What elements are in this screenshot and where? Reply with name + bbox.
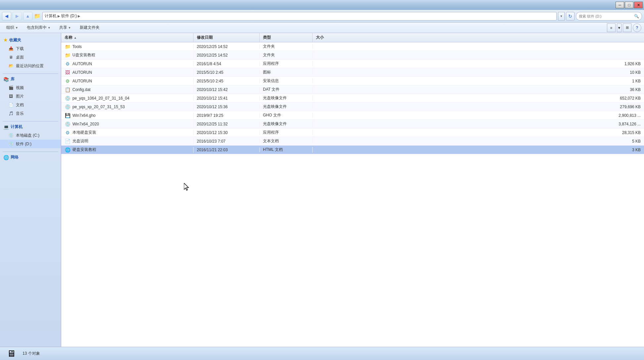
file-date-cell: 2016/1/8 4:54 bbox=[193, 62, 260, 66]
sidebar-header-network[interactable]: 🌐 网络 bbox=[0, 153, 61, 161]
file-size-cell: 10 KB bbox=[313, 70, 644, 75]
file-size-cell: 652,072 KB bbox=[313, 96, 644, 101]
breadcrumb-computer[interactable]: 计算机 bbox=[45, 13, 57, 19]
search-bar[interactable]: 🔍 bbox=[576, 12, 642, 21]
file-date-cell: 2020/10/12 15:42 bbox=[193, 87, 260, 92]
file-type-cell: 文本文档 bbox=[260, 138, 313, 144]
view-dropdown-button[interactable]: ▼ bbox=[617, 23, 622, 32]
back-button[interactable]: ◀ bbox=[2, 12, 11, 21]
breadcrumb-drive[interactable]: 软件 (D:) bbox=[61, 13, 77, 19]
downloads-icon: 📥 bbox=[8, 46, 14, 52]
view-options-button[interactable]: ≡ bbox=[607, 23, 616, 32]
sidebar-sep-2 bbox=[3, 121, 58, 121]
up-button[interactable]: ▲ bbox=[23, 12, 32, 21]
favorites-title: 收藏夹 bbox=[9, 37, 21, 43]
minimize-button[interactable]: ─ bbox=[616, 2, 624, 8]
sidebar-item-c-drive[interactable]: 💿 本地磁盘 (C:) bbox=[0, 131, 61, 140]
sidebar-item-videos[interactable]: 🎬 视频 bbox=[0, 83, 61, 92]
table-row[interactable]: 📁 Tools 2020/12/25 14:52 文件夹 bbox=[61, 42, 644, 51]
file-type-cell: 安装信息 bbox=[260, 78, 313, 84]
file-size-cell: 5 KB bbox=[313, 139, 644, 144]
table-row[interactable]: ⚙ AUTORUN 2016/1/8 4:54 应用程序 1,926 KB bbox=[61, 60, 644, 68]
downloads-label: 下载 bbox=[16, 46, 24, 52]
table-row[interactable]: 💿 pe_yqs_xp_20_07_31_15_53 2020/10/12 15… bbox=[61, 103, 644, 111]
sidebar-item-desktop[interactable]: 🖥 桌面 bbox=[0, 53, 61, 62]
menu-organize[interactable]: 组织 ▼ bbox=[3, 23, 22, 32]
file-type-cell: 光盘映像文件 bbox=[260, 104, 313, 110]
sidebar-item-downloads[interactable]: 📥 下载 bbox=[0, 44, 61, 53]
file-name-text: 光盘说明 bbox=[72, 138, 88, 144]
file-type-cell: 应用程序 bbox=[260, 130, 313, 135]
file-date-cell: 2020/10/12 15:41 bbox=[193, 96, 260, 101]
address-bar[interactable]: 计算机 ▶ 软件 (D:) ▶ bbox=[42, 12, 557, 21]
file-date-cell: 2020/12/25 14:52 bbox=[193, 44, 260, 49]
titlebar: ─ □ ✕ bbox=[0, 0, 644, 10]
file-name-text: 硬盘安装教程 bbox=[72, 147, 96, 153]
sidebar-section-network: 🌐 网络 bbox=[0, 153, 61, 161]
col-header-date[interactable]: 修改日期 bbox=[193, 33, 260, 42]
folder-nav-icon: 📁 bbox=[34, 13, 41, 20]
file-name-cell: 💿 pe_yqs_1064_20_07_31_16_04 bbox=[61, 95, 193, 101]
col-header-size[interactable]: 大小 bbox=[313, 33, 644, 42]
file-name-text: Win7x64_2020 bbox=[72, 122, 99, 126]
table-row[interactable]: 📄 光盘说明 2016/10/23 7:07 文本文档 5 KB bbox=[61, 137, 644, 146]
file-type-icon: 🖼 bbox=[64, 69, 70, 75]
col-header-type[interactable]: 类型 bbox=[260, 33, 313, 42]
sidebar-item-d-drive[interactable]: 💿 软件 (D:) bbox=[0, 140, 61, 148]
layout-toggle-button[interactable]: ⊞ bbox=[623, 23, 631, 32]
address-dropdown-button[interactable]: ▼ bbox=[558, 12, 565, 21]
library-title: 库 bbox=[11, 76, 15, 82]
sidebar-section-library: 📚 库 🎬 视频 🖼 图片 📄 文档 🎵 音乐 bbox=[0, 75, 61, 118]
sidebar-item-documents[interactable]: 📄 文档 bbox=[0, 101, 61, 109]
file-name-text: pe_yqs_xp_20_07_31_15_53 bbox=[72, 105, 125, 109]
network-icon: 🌐 bbox=[3, 155, 9, 160]
organize-label: 组织 bbox=[6, 25, 14, 30]
sidebar-sep-1 bbox=[3, 73, 58, 74]
sidebar-header-library[interactable]: 📚 库 bbox=[0, 75, 61, 83]
share-label: 共享 bbox=[59, 25, 67, 30]
table-row[interactable]: 💿 Win7x64_2020 2020/12/25 11:32 光盘映像文件 3… bbox=[61, 120, 644, 128]
menu-share[interactable]: 共享 ▼ bbox=[56, 23, 75, 32]
col-type-label: 类型 bbox=[263, 35, 271, 40]
file-type-cell: 文件夹 bbox=[260, 44, 313, 49]
statusbar-count: 13 个对象 bbox=[22, 351, 40, 356]
sidebar-item-music[interactable]: 🎵 音乐 bbox=[0, 109, 61, 118]
file-name-text: 本地硬盘安装 bbox=[72, 130, 96, 135]
network-title: 网络 bbox=[11, 155, 19, 160]
file-name-cell: 📋 Config.dat bbox=[61, 87, 193, 93]
sidebar-header-favorites[interactable]: ★ 收藏夹 bbox=[0, 36, 61, 44]
new-folder-button[interactable]: 新建文件夹 bbox=[76, 23, 103, 32]
file-size-cell: 1 KB bbox=[313, 79, 644, 83]
share-arrow: ▼ bbox=[68, 26, 71, 29]
file-name-text: AUTORUN bbox=[72, 62, 92, 66]
table-row[interactable]: 🌐 硬盘安装教程 2016/11/21 22:03 HTML 文档 3 KB bbox=[61, 146, 644, 154]
col-header-name[interactable]: 名称 ▲ bbox=[61, 33, 193, 42]
sidebar-item-pictures[interactable]: 🖼 图片 bbox=[0, 92, 61, 101]
table-row[interactable]: 💿 pe_yqs_1064_20_07_31_16_04 2020/10/12 … bbox=[61, 94, 644, 103]
breadcrumb[interactable]: 计算机 ▶ 软件 (D:) ▶ bbox=[45, 13, 80, 19]
file-date-cell: 2020/10/12 15:30 bbox=[193, 130, 260, 135]
file-date-cell: 2020/12/25 11:32 bbox=[193, 122, 260, 126]
file-size-cell: 2,900,813 ... bbox=[313, 113, 644, 118]
table-row[interactable]: 💾 Win7x64.gho 2019/9/7 19:25 GHO 文件 2,90… bbox=[61, 111, 644, 120]
file-type-icon: 💿 bbox=[64, 121, 70, 127]
file-name-cell: 📄 光盘说明 bbox=[61, 138, 193, 144]
menubar-right: ≡ ▼ ⊞ ? bbox=[607, 23, 641, 32]
table-row[interactable]: 📋 Config.dat 2020/10/12 15:42 DAT 文件 36 … bbox=[61, 85, 644, 94]
file-name-cell: 📁 U盘安装教程 bbox=[61, 52, 193, 58]
help-button[interactable]: ? bbox=[633, 23, 641, 32]
sidebar-item-recent[interactable]: 📂 最近访问的位置 bbox=[0, 62, 61, 70]
file-name-cell: 🌐 硬盘安装教程 bbox=[61, 147, 193, 153]
table-row[interactable]: ⚙ AUTORUN 2015/5/10 2:45 安装信息 1 KB bbox=[61, 77, 644, 85]
search-input[interactable] bbox=[579, 14, 633, 18]
table-row[interactable]: ⚙ 本地硬盘安装 2020/10/12 15:30 应用程序 28,315 KB bbox=[61, 128, 644, 137]
maximize-button[interactable]: □ bbox=[625, 2, 633, 8]
forward-button[interactable]: ▶ bbox=[13, 12, 22, 21]
d-drive-label: 软件 (D:) bbox=[16, 141, 31, 147]
refresh-button[interactable]: ↻ bbox=[566, 12, 575, 21]
table-row[interactable]: 📁 U盘安装教程 2020/12/25 14:52 文件夹 bbox=[61, 51, 644, 60]
table-row[interactable]: 🖼 AUTORUN 2015/5/10 2:45 图标 10 KB bbox=[61, 68, 644, 77]
close-button[interactable]: ✕ bbox=[634, 2, 643, 8]
menu-include-library[interactable]: 包含到库中 ▼ bbox=[23, 23, 54, 32]
sidebar-header-computer[interactable]: 💻 计算机 bbox=[0, 123, 61, 131]
